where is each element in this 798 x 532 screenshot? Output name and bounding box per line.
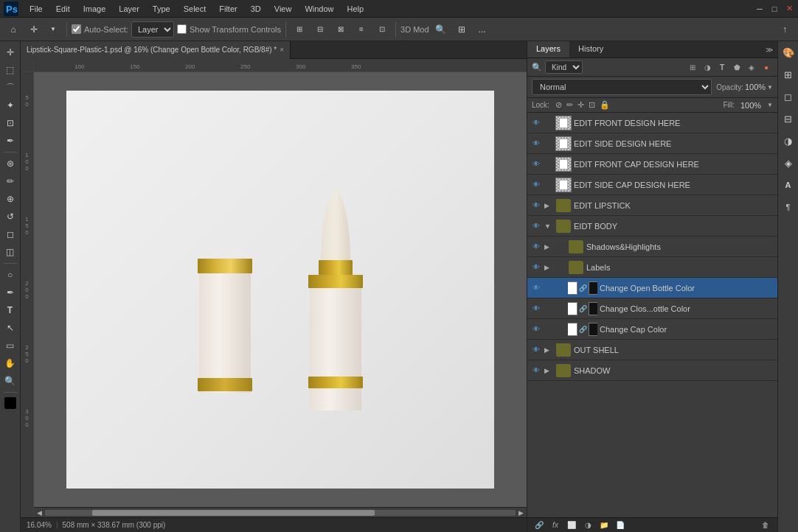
layer-item[interactable]: 👁▶Shadows&Highlights (527, 237, 777, 257)
layer-item[interactable]: 👁▶Labels (527, 257, 777, 278)
scroll-right-btn[interactable]: ▶ (518, 509, 524, 517)
filter-shape-icon[interactable]: ⬟ (730, 60, 743, 74)
align-left-btn[interactable]: ⊞ (291, 21, 308, 38)
layer-visibility-btn[interactable]: 👁 (530, 303, 542, 315)
marquee-tool[interactable]: ⬚ (2, 62, 18, 78)
paragraph-icon[interactable]: ¶ (780, 199, 797, 215)
layer-item[interactable]: 👁▶SHADOW (527, 360, 777, 381)
layer-visibility-btn[interactable]: 👁 (530, 282, 542, 294)
quick-select-tool[interactable]: ✦ (2, 97, 18, 113)
menu-filter[interactable]: Filter (213, 3, 243, 15)
filter-adjustment-icon[interactable]: ◑ (701, 60, 714, 74)
home-btn[interactable]: ⌂ (4, 21, 22, 38)
layer-visibility-btn[interactable]: 👁 (530, 200, 542, 211)
close-btn[interactable]: ✕ (783, 3, 795, 15)
layer-item[interactable]: 👁🔗Change Open Bottle Color (527, 278, 777, 298)
color-panel-icon[interactable]: 🎨 (780, 44, 797, 60)
menu-type[interactable]: Type (147, 3, 176, 15)
share-btn[interactable]: ↑ (776, 21, 794, 38)
new-layer-btn[interactable]: 📄 (614, 519, 626, 531)
link-layers-btn[interactable]: 🔗 (533, 519, 545, 531)
layer-expand-arrow[interactable]: ▶ (544, 346, 553, 354)
layer-visibility-btn[interactable]: 👁 (530, 158, 542, 170)
crop-tool[interactable]: ⊡ (2, 115, 18, 131)
layer-item[interactable]: 👁🔗Change Clos...ottle Color (527, 298, 777, 319)
foreground-color[interactable] (4, 397, 16, 409)
layer-item[interactable]: 👁🔗Change Cap Color (527, 319, 777, 340)
move-tool[interactable]: ✛ (25, 21, 43, 38)
layer-item[interactable]: 👁EDIT FRONT DESIGN HERE (527, 113, 777, 133)
layer-visibility-btn[interactable]: 👁 (530, 138, 542, 150)
search-btn[interactable]: 🔍 (432, 21, 450, 38)
lock-transparent-icon[interactable]: ⊘ (555, 100, 562, 110)
layer-visibility-btn[interactable]: 👁 (530, 344, 542, 356)
scroll-left-btn[interactable]: ◀ (37, 509, 42, 517)
new-adjustment-btn[interactable]: ◑ (582, 519, 594, 531)
pen-tool[interactable]: ✒ (2, 284, 18, 301)
layer-item[interactable]: 👁EDIT SIDE CAP DESIGN HERE (527, 175, 777, 195)
filter-smart-icon[interactable]: ◈ (745, 60, 758, 74)
lock-artboard-icon[interactable]: ⊡ (589, 100, 595, 110)
filter-pixel-icon[interactable]: ⊞ (686, 60, 699, 74)
auto-select-checkbox[interactable] (72, 24, 81, 34)
menu-window[interactable]: Window (299, 3, 339, 15)
layer-expand-arrow[interactable]: ▼ (544, 223, 553, 230)
maximize-btn[interactable]: □ (768, 3, 780, 15)
clone-tool[interactable]: ⊕ (2, 191, 18, 207)
menu-3d[interactable]: 3D (245, 3, 267, 15)
path-select-tool[interactable]: ↖ (2, 320, 18, 336)
tab-history[interactable]: History (569, 41, 612, 57)
tab-close-btn[interactable]: × (280, 46, 284, 54)
lock-all-icon[interactable]: 🔒 (600, 100, 610, 110)
minimize-btn[interactable]: ─ (754, 3, 766, 15)
tab-layers[interactable]: Layers (527, 41, 569, 57)
tool-properties-icon[interactable]: ⊟ (780, 111, 797, 127)
layer-item[interactable]: 👁▶EDIT LIPSTICK (527, 195, 777, 216)
eyedropper-tool[interactable]: ✒ (2, 133, 18, 149)
layer-visibility-btn[interactable]: 👁 (530, 117, 542, 129)
type-tool[interactable]: T (2, 302, 18, 318)
document-tab[interactable]: Lipstick-Square-Plastic-1.psd @ 16% (Cha… (21, 41, 291, 59)
view-select[interactable]: ⊞ (453, 21, 471, 38)
more-options-btn[interactable]: ... (473, 21, 491, 38)
character-icon[interactable]: A (780, 177, 797, 193)
layer-item[interactable]: 👁▼EIDT BODY (527, 216, 777, 237)
menu-help[interactable]: Help (341, 3, 370, 15)
brush-settings-icon[interactable]: ◻ (780, 88, 797, 105)
layer-expand-arrow[interactable]: ▶ (544, 367, 553, 374)
layer-visibility-btn[interactable]: 👁 (530, 323, 542, 335)
move-dropdown[interactable]: ▼ (44, 21, 62, 38)
add-mask-btn[interactable]: ⬜ (566, 519, 577, 531)
layer-item[interactable]: 👁▶OUT SHELL (527, 340, 777, 360)
align-top-btn[interactable]: ≡ (353, 21, 370, 38)
history-brush-tool[interactable]: ↺ (2, 209, 18, 225)
lock-position-icon[interactable]: ✛ (577, 100, 584, 110)
eraser-tool[interactable]: ◻ (2, 226, 18, 242)
fill-dropdown[interactable]: ▼ (767, 102, 773, 108)
filter-active-dot[interactable]: ● (760, 60, 773, 74)
layer-visibility-btn[interactable]: 👁 (530, 365, 542, 377)
layer-visibility-btn[interactable]: 👁 (530, 179, 542, 191)
align-center-btn[interactable]: ⊟ (311, 21, 329, 38)
h-scrollbar[interactable] (45, 510, 516, 516)
show-transform-checkbox[interactable] (177, 24, 187, 34)
menu-image[interactable]: Image (77, 3, 112, 15)
new-group-btn[interactable]: 📁 (598, 519, 610, 531)
align-right-btn[interactable]: ⊠ (332, 21, 350, 38)
layer-expand-arrow[interactable]: ▶ (544, 243, 553, 251)
menu-view[interactable]: View (268, 3, 298, 15)
blend-mode-select[interactable]: Normal (532, 79, 712, 95)
menu-file[interactable]: File (24, 3, 49, 15)
lock-pixels-icon[interactable]: ✏ (566, 100, 573, 110)
spot-heal-tool[interactable]: ⊛ (2, 155, 18, 172)
adjustments-icon[interactable]: ◑ (780, 133, 797, 149)
menu-layer[interactable]: Layer (113, 3, 145, 15)
styles-icon[interactable]: ◈ (780, 155, 797, 171)
menu-edit[interactable]: Edit (50, 3, 76, 15)
h-scrollbar-thumb[interactable] (92, 510, 375, 516)
filter-type-icon[interactable]: T (715, 60, 729, 74)
hand-tool[interactable]: ✋ (2, 355, 18, 371)
layer-select[interactable]: Layer (131, 21, 174, 38)
kind-select[interactable]: Kind (545, 60, 583, 74)
distribute-btn[interactable]: ⊡ (373, 21, 391, 38)
